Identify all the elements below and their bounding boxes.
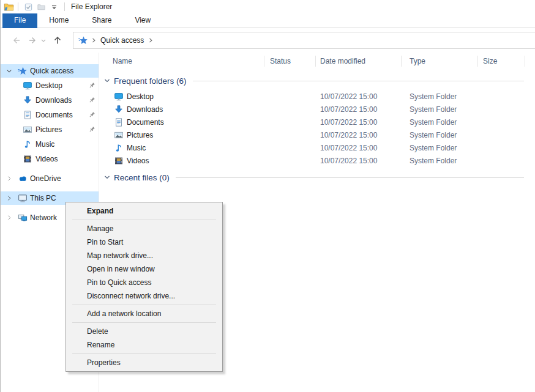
sidebar-item-label: Music — [36, 140, 54, 149]
sidebar-item-label: This PC — [30, 194, 56, 202]
sidebar-item-desktop[interactable]: Desktop — [1, 79, 99, 92]
tab-file[interactable]: File — [2, 13, 37, 28]
menu-item-open-in-new-window[interactable]: Open in new window — [67, 262, 221, 276]
properties-quick-button[interactable] — [24, 2, 33, 12]
file-row-pictures[interactable]: Pictures 10/07/2022 15:00 System Folder — [99, 129, 535, 142]
sidebar-item-onedrive[interactable]: OneDrive — [1, 172, 99, 185]
titlebar-separator — [18, 2, 18, 11]
file-type: System Folder — [410, 131, 457, 139]
recent-locations-dropdown[interactable] — [40, 35, 47, 46]
tab-share[interactable]: Share — [80, 13, 123, 28]
sidebar-item-label: Documents — [36, 111, 73, 119]
pin-icon — [88, 81, 96, 90]
documents-icon — [23, 110, 32, 120]
sidebar-item-label: Quick access — [30, 67, 73, 75]
file-row-documents[interactable]: Documents 10/07/2022 15:00 System Folder — [99, 116, 535, 129]
context-menu-this-pc: Expand Manage Pin to Start Map network d… — [65, 202, 223, 372]
file-date-modified: 10/07/2022 15:00 — [320, 105, 377, 114]
tab-home[interactable]: Home — [37, 13, 80, 28]
column-separator — [525, 56, 525, 67]
music-icon — [114, 143, 124, 153]
column-header-size[interactable]: Size — [483, 57, 497, 65]
sidebar-item-downloads[interactable]: Downloads — [1, 94, 99, 107]
videos-icon — [114, 156, 124, 166]
menu-item-add-network-location[interactable]: Add a network location — [67, 307, 221, 320]
sidebar-item-label: OneDrive — [30, 174, 61, 183]
up-button[interactable] — [52, 35, 63, 46]
window-title: File Explorer — [71, 2, 112, 11]
chevron-right-icon[interactable] — [6, 214, 13, 221]
column-header-type[interactable]: Type — [410, 57, 425, 65]
breadcrumb-chevron-icon[interactable] — [148, 37, 154, 43]
ribbon-tab-bar: File Home Share View — [1, 13, 535, 28]
file-explorer-window: File Explorer File Home Share View — [0, 0, 535, 392]
chevron-right-icon[interactable] — [6, 194, 13, 202]
pin-icon — [88, 96, 96, 105]
chevron-down-icon[interactable] — [6, 67, 13, 75]
file-row-videos[interactable]: Videos 10/07/2022 15:00 System Folder — [99, 155, 535, 168]
forward-button[interactable] — [27, 35, 38, 46]
column-header-status[interactable]: Status — [270, 57, 291, 65]
column-separator — [477, 56, 478, 67]
file-row-music[interactable]: Music 10/07/2022 15:00 System Folder — [99, 142, 535, 155]
address-bar[interactable]: Quick access — [73, 32, 535, 49]
file-name: Music — [127, 144, 146, 152]
menu-item-pin-to-quick-access[interactable]: Pin to Quick access — [67, 276, 221, 289]
pin-icon — [88, 111, 96, 119]
downloads-icon — [114, 105, 124, 114]
menu-separator — [72, 322, 216, 323]
column-header-date-modified[interactable]: Date modified — [320, 57, 365, 65]
menu-separator — [72, 305, 216, 305]
file-type: System Folder — [410, 92, 457, 101]
menu-item-map-network-drive[interactable]: Map network drive... — [67, 249, 221, 262]
sidebar-item-music[interactable]: Music — [1, 138, 99, 151]
back-button[interactable] — [11, 35, 22, 46]
chevron-down-icon[interactable] — [103, 174, 111, 181]
sidebar-item-quick-access[interactable]: Quick access — [1, 64, 99, 78]
this-pc-icon — [18, 193, 28, 203]
file-row-desktop[interactable]: Desktop 10/07/2022 15:00 System Folder — [99, 91, 535, 103]
group-label: Frequent folders (6) — [114, 76, 187, 86]
menu-item-rename[interactable]: Rename — [67, 338, 221, 352]
quick-access-star-icon — [18, 66, 28, 76]
videos-icon — [23, 154, 32, 164]
sidebar-item-videos[interactable]: Videos — [1, 152, 99, 166]
group-header-frequent-folders[interactable]: Frequent folders (6) — [103, 75, 524, 87]
new-folder-quick-button-disabled[interactable] — [37, 2, 46, 12]
file-row-downloads[interactable]: Downloads 10/07/2022 15:00 System Folder — [99, 103, 535, 116]
music-icon — [23, 139, 32, 149]
documents-icon — [114, 117, 124, 127]
file-date-modified: 10/07/2022 15:00 — [320, 118, 377, 127]
group-label: Recent files (0) — [114, 173, 170, 182]
chevron-right-icon[interactable] — [6, 175, 13, 182]
customize-quick-access-toolbar-icon[interactable] — [50, 2, 59, 12]
file-type: System Folder — [410, 157, 457, 165]
menu-item-manage[interactable]: Manage — [67, 222, 221, 235]
file-explorer-icon — [4, 2, 14, 12]
column-header-name[interactable]: Name — [113, 57, 132, 65]
chevron-down-icon[interactable] — [103, 77, 111, 84]
menu-item-properties[interactable]: Properties — [67, 356, 221, 369]
menu-item-disconnect-network-drive[interactable]: Disconnect network drive... — [67, 289, 221, 303]
titlebar-separator — [64, 2, 65, 11]
file-name: Videos — [127, 157, 149, 165]
sidebar-item-documents[interactable]: Documents — [1, 108, 99, 122]
sidebar-item-label: Desktop — [36, 81, 62, 90]
tab-view[interactable]: View — [123, 13, 162, 28]
group-header-recent-files[interactable]: Recent files (0) — [103, 171, 524, 183]
breadcrumb-quick-access[interactable]: Quick access — [100, 36, 144, 45]
title-bar: File Explorer — [1, 0, 535, 13]
sidebar-item-pictures[interactable]: Pictures — [1, 123, 99, 136]
breadcrumb-chevron-icon[interactable] — [91, 37, 97, 43]
onedrive-cloud-icon — [18, 174, 28, 183]
downloads-icon — [23, 95, 32, 105]
column-separator — [401, 56, 402, 67]
navigation-bar: Quick access — [1, 28, 535, 53]
desktop-icon — [23, 81, 32, 91]
menu-item-pin-to-start[interactable]: Pin to Start — [67, 235, 221, 249]
file-date-modified: 10/07/2022 15:00 — [320, 157, 377, 165]
menu-item-delete[interactable]: Delete — [67, 325, 221, 338]
menu-item-expand[interactable]: Expand — [67, 204, 221, 218]
pin-icon — [88, 125, 96, 134]
menu-separator — [72, 353, 216, 354]
